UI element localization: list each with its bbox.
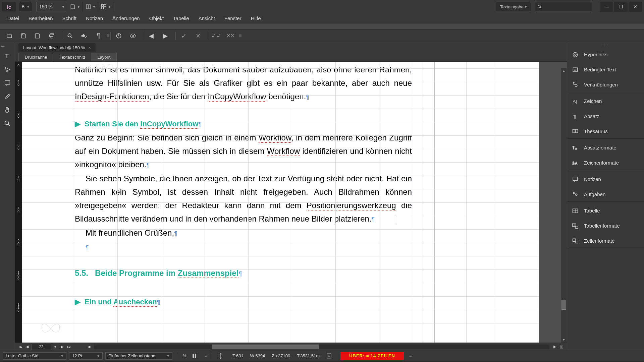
eyedropper-tool[interactable]: [2, 92, 12, 102]
flyout-1[interactable]: ≡: [106, 33, 108, 39]
flyout-status-1[interactable]: ≡: [205, 353, 207, 358]
note-tool[interactable]: [2, 78, 12, 88]
panel-zeichenformate[interactable]: aAZeichenformate: [567, 155, 644, 170]
menu-aenderungen[interactable]: Änderungen: [108, 14, 145, 22]
leading-dropdown[interactable]: Einfacher Zeilenabstand▾: [105, 352, 172, 360]
column-icon[interactable]: [189, 351, 201, 361]
save-all-button[interactable]: [32, 31, 44, 41]
depth-icon[interactable]: [215, 351, 227, 361]
svg-rect-10: [22, 34, 24, 35]
menu-datei[interactable]: Datei: [3, 14, 24, 22]
expand-icon[interactable]: ▸▸: [1, 44, 5, 48]
menu-ansicht[interactable]: Ansicht: [194, 14, 220, 22]
reject-change-button[interactable]: ✕: [192, 31, 204, 41]
panel-notizen[interactable]: Notizen: [567, 172, 644, 187]
position-tool[interactable]: [2, 65, 12, 75]
hidden-chars-button[interactable]: ¶: [92, 31, 104, 41]
dock-handle[interactable]: ::::::: [567, 44, 644, 47]
reject-all-button[interactable]: ✕✕: [224, 31, 236, 41]
arrange-docs[interactable]: [100, 2, 113, 11]
menu-schrift[interactable]: Schrift: [58, 14, 82, 22]
svg-point-22: [5, 121, 9, 125]
paraf-icon: ¶A: [571, 144, 579, 152]
print-button[interactable]: [46, 31, 58, 41]
panel-verknüpfungen[interactable]: Verknüpfungen: [567, 77, 644, 92]
save-button[interactable]: [17, 31, 30, 41]
cond-icon: [571, 66, 579, 74]
panel-thesaurus[interactable]: Thesaurus: [567, 124, 644, 139]
open-button[interactable]: [3, 31, 15, 41]
menu-tabelle[interactable]: Tabelle: [168, 14, 194, 22]
accept-change-button[interactable]: ✓: [178, 31, 190, 41]
text-frame[interactable]: Natürlich ist es immer sinnvoll, das Dok…: [75, 63, 412, 309]
type-tool[interactable]: T: [2, 51, 12, 61]
zoom-dropdown[interactable]: 150 %: [36, 2, 67, 11]
chain-icon: [571, 80, 579, 88]
svg-rect-37: [573, 177, 577, 180]
hscroll-right-button[interactable]: ▶: [551, 344, 558, 350]
flyout-status-2[interactable]: ≡: [409, 353, 412, 358]
bridge-button[interactable]: Br ▾: [19, 2, 32, 11]
panel-aufgaben[interactable]: Aufgaben: [567, 187, 644, 202]
panel-absatzformate[interactable]: ¶AAbsatzformate: [567, 140, 644, 155]
flyout-2[interactable]: ≡: [238, 33, 240, 39]
horizontal-scrollbar[interactable]: [94, 345, 549, 349]
hand-tool[interactable]: [2, 105, 12, 115]
panel-hyperlinks[interactable]: Hyperlinks: [567, 47, 644, 62]
menu-objekt[interactable]: Objekt: [145, 14, 168, 22]
status-bar: Letter Gothic Std▾ 12 Pt▾ Einfacher Zeil…: [0, 351, 644, 361]
scroll-up-icon[interactable]: ▲: [561, 68, 567, 74]
hscroll-thumb[interactable]: [212, 345, 319, 349]
split-view-button[interactable]: ◫: [558, 344, 565, 350]
minimize-button[interactable]: —: [600, 2, 613, 12]
first-page-button[interactable]: ⏮: [17, 344, 24, 350]
panel-label: Zeichenformate: [584, 160, 619, 166]
spellcheck-button[interactable]: ab: [78, 31, 90, 41]
view-options-2[interactable]: [85, 2, 98, 11]
panel-label: Notizen: [584, 176, 601, 182]
hscroll-left-button[interactable]: ◀: [86, 344, 92, 350]
text-stats-icon[interactable]: [323, 351, 335, 361]
maximize-button[interactable]: ❐: [614, 2, 628, 12]
vertical-scrollbar[interactable]: ▲ ▼: [561, 68, 567, 343]
panel-tabellenformate[interactable]: Tabellenformate: [567, 218, 644, 233]
last-page-button[interactable]: ⏭: [65, 344, 72, 350]
scroll-thumb[interactable]: [561, 300, 566, 310]
workspace-dropdown[interactable]: Texteingabe: [496, 2, 531, 11]
menu-notizen[interactable]: Notizen: [81, 14, 108, 22]
find-button[interactable]: [64, 31, 76, 41]
svg-rect-51: [195, 354, 196, 358]
tab-druckfahne[interactable]: Druckfahne: [18, 53, 53, 61]
close-tab-icon[interactable]: ×: [88, 45, 91, 50]
view-options-1[interactable]: [69, 2, 83, 11]
document-tab[interactable]: Layout_Workflow.indd @ 150 % ×: [18, 43, 96, 52]
menu-hilfe[interactable]: Hilfe: [246, 14, 266, 22]
help-search[interactable]: [535, 2, 592, 11]
menu-bearbeiten[interactable]: Bearbeiten: [24, 14, 58, 22]
fontsize-dropdown[interactable]: 12 Pt▾: [69, 352, 103, 360]
svg-text:¶: ¶: [573, 113, 576, 119]
svg-text:A|: A|: [573, 99, 577, 104]
preview-button[interactable]: [127, 31, 139, 41]
panel-bedingter-text[interactable]: Bedingter Text: [567, 62, 644, 77]
panel-absatz[interactable]: ¶Absatz: [567, 109, 644, 124]
page-dd-icon[interactable]: ▾: [52, 344, 59, 350]
next-change-button[interactable]: ▶: [159, 31, 171, 41]
prev-change-button[interactable]: ◀: [145, 31, 157, 41]
close-button[interactable]: ✕: [629, 2, 642, 12]
panel-zellenformate[interactable]: Zellenformate: [567, 233, 644, 248]
update-design-button[interactable]: [113, 31, 125, 41]
panel-tabelle[interactable]: Tabelle: [567, 203, 644, 218]
scroll-down-icon[interactable]: ▼: [561, 337, 567, 343]
prev-page-button[interactable]: ◀: [24, 344, 31, 350]
panel-zeichen[interactable]: A|Zeichen: [567, 94, 644, 109]
tab-textabschnitt[interactable]: Textabschnitt: [53, 53, 91, 61]
tab-layout[interactable]: Layout: [91, 53, 117, 61]
font-dropdown[interactable]: Letter Gothic Std▾: [3, 352, 66, 360]
next-page-button[interactable]: ▶: [59, 344, 65, 350]
zoom-tool[interactable]: [2, 118, 12, 128]
accept-all-button[interactable]: ✓✓: [210, 31, 222, 41]
menu-fenster[interactable]: Fenster: [220, 14, 246, 22]
canvas[interactable]: Natürlich ist es immer sinnvoll, das Dok…: [22, 62, 567, 343]
page-number-field[interactable]: 23: [31, 344, 51, 350]
